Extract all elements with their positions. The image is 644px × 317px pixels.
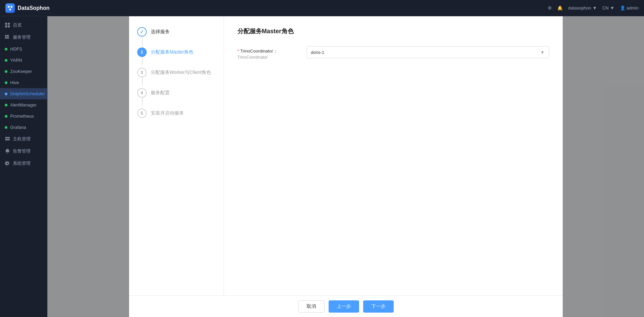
sidebar-item-service-mgmt[interactable]: 服务管理 [0, 31, 47, 43]
sidebar-label: DolphinScheduler [10, 91, 45, 96]
settings-button[interactable]: ⚙ [548, 5, 552, 11]
svg-rect-8 [7, 35, 9, 37]
steps-panel: ✓ 选择服务 2 分配服务Master角色 3 [129, 16, 224, 295]
status-dot [5, 70, 7, 73]
svg-point-14 [8, 139, 9, 140]
form-row-trino: * TrinoCoordinator： TrinoCoordinator dor… [237, 46, 549, 60]
sidebar-item-hdfs[interactable]: HDFS [0, 43, 47, 55]
status-dot [5, 48, 7, 51]
svg-rect-6 [8, 25, 10, 27]
sidebar: 总览 服务管理 HDFS YARN ZooKeeper Hive Dolphin… [0, 16, 47, 317]
sidebar-item-dolphinscheduler[interactable]: DolphinScheduler [0, 88, 47, 99]
cluster-selector[interactable]: datasophon ▼ [568, 5, 597, 11]
sidebar-label: ZooKeeper [10, 69, 32, 74]
top-header: DataSophon ⚙ 🔔 datasophon ▼ CN ▼ 👤 admin [0, 0, 644, 16]
wizard-modal: ✓ 选择服务 2 分配服务Master角色 3 [129, 16, 563, 317]
grid-icon [5, 22, 10, 28]
step-5-label: 安装并启动服务 [151, 108, 184, 117]
step-5: 5 安装并启动服务 [137, 108, 215, 118]
lang-selector[interactable]: CN ▼ [602, 5, 615, 11]
sidebar-item-yarn[interactable]: YARN [0, 55, 47, 66]
sidebar-label: 告警管理 [13, 148, 30, 154]
app-logo-icon [5, 3, 15, 13]
sidebar-label: Grafana [10, 125, 26, 130]
step-4-label: 服务配置 [151, 88, 170, 96]
user-menu[interactable]: 👤 admin [620, 5, 639, 11]
cluster-name: datasophon [568, 5, 591, 11]
svg-point-13 [8, 137, 9, 138]
sidebar-item-grafana[interactable]: Grafana [0, 122, 47, 133]
gear-sidebar-icon [5, 161, 10, 166]
step-4: 4 服务配置 [137, 88, 215, 98]
next-button[interactable]: 下一步 [363, 300, 394, 313]
svg-point-1 [11, 6, 13, 8]
step-1-circle: ✓ [137, 27, 147, 37]
svg-point-0 [8, 6, 10, 8]
status-dot [5, 104, 7, 106]
step-3-circle: 3 [137, 68, 147, 77]
modal-footer: 取消 上一步 下一步 [129, 295, 563, 317]
sidebar-label: 服务管理 [13, 34, 30, 40]
bell-button[interactable]: 🔔 [557, 5, 563, 11]
prev-button[interactable]: 上一步 [329, 300, 359, 313]
bell-sidebar-icon [5, 148, 10, 154]
svg-rect-9 [5, 37, 7, 39]
step-1: ✓ 选择服务 [137, 27, 215, 37]
sidebar-item-zookeeper[interactable]: ZooKeeper [0, 66, 47, 77]
status-dot [5, 93, 7, 95]
select-value: doris-1 [311, 50, 325, 55]
sidebar-label: 总览 [13, 22, 22, 28]
status-dot [5, 126, 7, 129]
cancel-button[interactable]: 取消 [298, 300, 325, 313]
sidebar-item-alert-mgmt[interactable]: 告警管理 [0, 145, 47, 157]
content-panel: 分配服务Master角色 * TrinoCoordinator： TrinoCo… [224, 16, 563, 295]
status-dot [5, 81, 7, 84]
field-label: TrinoCoordinator： [240, 48, 277, 54]
step-4-circle: 4 [137, 88, 147, 98]
sidebar-item-hive[interactable]: Hive [0, 77, 47, 88]
sidebar-label: 主机管理 [13, 136, 30, 142]
logo-area: DataSophon [5, 3, 49, 13]
sidebar-item-prometheus[interactable]: Prometheus [0, 111, 47, 122]
bell-icon: 🔔 [557, 5, 563, 11]
svg-rect-5 [5, 25, 7, 27]
required-star: * [237, 48, 239, 54]
step-2: 2 分配服务Master角色 [137, 47, 215, 57]
svg-rect-4 [8, 23, 10, 25]
svg-rect-7 [5, 35, 7, 37]
step-3-label: 分配服务Worker与Client角色 [151, 68, 211, 76]
modal-title: 分配服务Master角色 [237, 27, 549, 35]
sidebar-item-sys-mgmt[interactable]: 系统管理 [0, 157, 47, 170]
cluster-arrow-icon: ▼ [593, 5, 597, 11]
step-1-label: 选择服务 [151, 27, 170, 35]
step-5-circle: 5 [137, 108, 147, 118]
header-right: ⚙ 🔔 datasophon ▼ CN ▼ 👤 admin [548, 5, 639, 11]
modal-body: ✓ 选择服务 2 分配服务Master角色 3 [129, 16, 563, 295]
svg-point-2 [9, 8, 11, 11]
step-2-circle: 2 [137, 47, 147, 57]
sidebar-label: AlertManager [10, 102, 37, 107]
chevron-down-icon: ▼ [540, 50, 545, 55]
status-dot [5, 59, 7, 62]
sidebar-label: YARN [10, 58, 22, 63]
form-label-trino: * TrinoCoordinator： TrinoCoordinator [237, 46, 298, 60]
sidebar-label: Hive [10, 80, 19, 85]
server-icon [5, 136, 10, 142]
app-name: DataSophon [18, 5, 49, 11]
user-name: admin [627, 5, 639, 11]
lang-label: CN [602, 5, 609, 11]
trino-coordinator-select[interactable]: doris-1 ▼ [307, 46, 549, 58]
field-sublabel: TrinoCoordinator [237, 55, 298, 60]
step-3: 3 分配服务Worker与Client角色 [137, 68, 215, 77]
sidebar-item-host-mgmt[interactable]: 主机管理 [0, 133, 47, 145]
svg-rect-10 [7, 37, 9, 39]
status-dot [5, 115, 7, 118]
sidebar-label: HDFS [10, 46, 22, 52]
modal-overlay: ✓ 选择服务 2 分配服务Master角色 3 [47, 16, 644, 317]
sidebar-item-overview[interactable]: 总览 [0, 19, 47, 31]
settings-icon: ⚙ [548, 5, 552, 11]
apps-icon [5, 35, 10, 40]
sidebar-label: 系统管理 [13, 160, 30, 166]
svg-rect-3 [5, 23, 7, 25]
sidebar-item-alertmanager[interactable]: AlertManager [0, 99, 47, 111]
